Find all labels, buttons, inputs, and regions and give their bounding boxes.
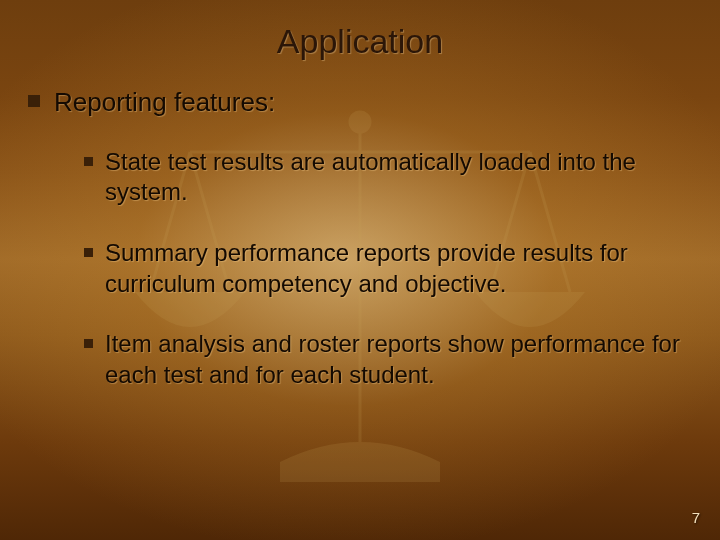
lvl2-text: Item analysis and roster reports show pe…	[105, 329, 692, 390]
slide: Application Reporting features: State te…	[0, 0, 720, 540]
lvl2-text: Summary performance reports provide resu…	[105, 238, 692, 299]
bullet-lvl1: Reporting features:	[28, 86, 692, 119]
square-bullet-icon	[28, 95, 40, 107]
slide-body: Reporting features: State test results a…	[28, 86, 692, 391]
square-bullet-icon	[84, 339, 93, 348]
slide-title: Application	[0, 22, 720, 61]
lvl2-list: State test results are automatically loa…	[84, 147, 692, 391]
lvl1-text: Reporting features:	[54, 86, 275, 119]
lvl2-text: State test results are automatically loa…	[105, 147, 692, 208]
list-item: Summary performance reports provide resu…	[84, 238, 692, 299]
square-bullet-icon	[84, 248, 93, 257]
page-number: 7	[692, 509, 700, 526]
square-bullet-icon	[84, 157, 93, 166]
list-item: Item analysis and roster reports show pe…	[84, 329, 692, 390]
list-item: State test results are automatically loa…	[84, 147, 692, 208]
